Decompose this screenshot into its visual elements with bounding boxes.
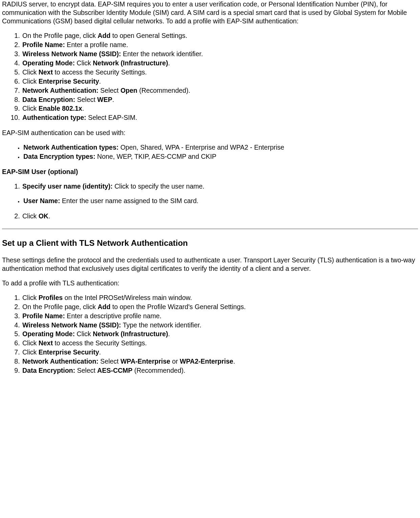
- list-item: Click OK.: [22, 212, 418, 220]
- eap-sim-steps-list: On the Profile page, click Add to open G…: [2, 31, 418, 122]
- bold-text: Enterprise Security: [39, 348, 99, 356]
- text: .: [99, 78, 101, 85]
- text: Click: [22, 212, 39, 220]
- list-item: On the Profile page, click Add to open G…: [22, 31, 418, 40]
- tls-steps-list: Click Profiles on the Intel PROSet/Wirel…: [2, 294, 418, 375]
- text: Select: [99, 358, 121, 365]
- text: .: [48, 212, 50, 220]
- text: Select: [75, 367, 97, 374]
- list-item: Network Authentication: Select WPA-Enter…: [22, 357, 418, 366]
- text: .: [82, 105, 84, 112]
- text: On the Profile page, click: [22, 32, 98, 39]
- eap-sim-user-subheading: EAP-SIM User (optional): [2, 168, 418, 176]
- section-divider: [2, 229, 418, 229]
- list-item: Click Enterprise Security.: [22, 77, 418, 86]
- bold-text: Network Authentication types:: [23, 144, 119, 151]
- bold-text: Wireless Network Name (SSID):: [22, 50, 121, 58]
- tls-intro-paragraph: To add a profile with TLS authentication…: [2, 279, 418, 287]
- bold-text: User Name:: [23, 197, 60, 204]
- bold-text: Add: [98, 32, 110, 39]
- list-item: Click Profiles on the Intel PROSet/Wirel…: [22, 294, 418, 302]
- list-item: Authentication type: Select EAP-SIM.: [22, 113, 418, 122]
- list-item: On the Profile page, click Add to open t…: [22, 303, 418, 311]
- bold-text: WPA2-Enterprise: [180, 358, 233, 365]
- bold-text: Authentication type:: [22, 114, 86, 121]
- bold-text: Profile Name:: [22, 41, 65, 48]
- text: Select: [75, 96, 97, 103]
- text: or: [170, 358, 180, 365]
- text: Click: [75, 59, 93, 67]
- list-item: Data Encryption: Select AES-CCMP (Recomm…: [22, 366, 418, 375]
- list-item: Data Encryption types: None, WEP, TKIP, …: [23, 152, 418, 161]
- bold-text: WPA-Enterprise: [121, 358, 170, 365]
- bold-text: Wireless Network Name (SSID):: [22, 321, 121, 329]
- text: .: [168, 330, 170, 338]
- text: to open the Profile Wizard's General Set…: [110, 303, 246, 310]
- list-item: Specify user name (identity): Click to s…: [22, 182, 418, 191]
- tls-description-paragraph: These settings define the protocol and t…: [2, 256, 418, 273]
- text: Click: [22, 68, 39, 76]
- text: Click: [22, 105, 39, 112]
- bold-text: AES-CCMP: [97, 367, 132, 374]
- text: Click: [22, 339, 39, 347]
- text: Enter a profile name.: [65, 41, 128, 48]
- eap-sim-user-sublist: User Name: Enter the user name assigned …: [2, 197, 418, 205]
- bold-text: Enterprise Security: [39, 78, 99, 85]
- eap-sim-usage-list: Network Authentication types: Open, Shar…: [2, 143, 418, 161]
- list-item: Operating Mode: Click Network (Infrastru…: [22, 59, 418, 67]
- text: None, WEP, TKIP, AES-CCMP and CKIP: [95, 153, 216, 160]
- bold-text: Profiles: [39, 294, 63, 301]
- bold-text: Specify user name (identity):: [22, 182, 113, 190]
- text: Select: [99, 87, 121, 94]
- bold-text: Data Encryption:: [22, 96, 75, 103]
- text: (Recommended).: [132, 367, 185, 374]
- bold-text: Next: [39, 339, 53, 347]
- text: to access the Security Settings.: [53, 339, 147, 347]
- text: Click: [22, 78, 39, 85]
- bold-text: Next: [39, 68, 53, 76]
- eap-sim-user-steps-part1: Specify user name (identity): Click to s…: [2, 182, 418, 191]
- text: .: [233, 358, 235, 365]
- bold-text: Network Authentication:: [22, 87, 99, 94]
- list-item: Profile Name: Enter a profile name.: [22, 41, 418, 49]
- eap-sim-usage-intro: EAP-SIM authentication can be used with:: [2, 129, 418, 137]
- bold-text: Network (Infrastructure): [93, 59, 168, 67]
- text: Enter the user name assigned to the SIM …: [60, 197, 198, 204]
- list-item: Click Next to access the Security Settin…: [22, 339, 418, 347]
- text: Type the network identifier.: [121, 321, 201, 329]
- text: Enter the network identifier.: [121, 50, 203, 58]
- list-item: Click Enterprise Security.: [22, 348, 418, 357]
- text: .: [99, 348, 101, 356]
- list-item: Click Enable 802.1x.: [22, 104, 418, 113]
- text: Click: [22, 294, 39, 301]
- bold-text: Network Authentication:: [22, 358, 99, 365]
- text: Enter a descriptive profile name.: [65, 312, 162, 320]
- text: Click: [22, 348, 39, 356]
- text: On the Profile page, click: [22, 303, 98, 310]
- bold-text: Profile Name:: [22, 312, 65, 320]
- bold-text: Operating Mode:: [22, 330, 75, 338]
- bold-text: Network (Infrastructure): [93, 330, 168, 338]
- text: Click: [75, 330, 93, 338]
- list-item: Click Next to access the Security Settin…: [22, 68, 418, 77]
- eap-sim-user-steps-part2: Click OK.: [2, 212, 418, 220]
- bold-text: Open: [121, 87, 138, 94]
- bold-text: Enable 802.1x: [39, 105, 82, 112]
- list-item: Wireless Network Name (SSID): Enter the …: [22, 50, 418, 58]
- text: (Recommended).: [138, 87, 190, 94]
- text: .: [168, 59, 170, 67]
- intro-paragraph: RADIUS server, to encrypt data. EAP-SIM …: [2, 0, 418, 25]
- text: Open, Shared, WPA - Enterprise and WPA2 …: [119, 144, 284, 151]
- text: Select EAP-SIM.: [86, 114, 138, 121]
- bold-text: WEP: [97, 96, 112, 103]
- text: to access the Security Settings.: [53, 68, 147, 76]
- text: on the Intel PROSet/Wireless main window…: [63, 294, 192, 301]
- list-item: Network Authentication types: Open, Shar…: [23, 143, 418, 152]
- text: Click to specify the user name.: [113, 182, 205, 190]
- list-item: Profile Name: Enter a descriptive profil…: [22, 312, 418, 320]
- bold-text: Add: [98, 303, 110, 310]
- list-item: Operating Mode: Click Network (Infrastru…: [22, 330, 418, 338]
- bold-text: Data Encryption types:: [23, 153, 95, 160]
- bold-text: Data Encryption:: [22, 367, 75, 374]
- tls-section-heading: Set up a Client with TLS Network Authent…: [2, 238, 418, 249]
